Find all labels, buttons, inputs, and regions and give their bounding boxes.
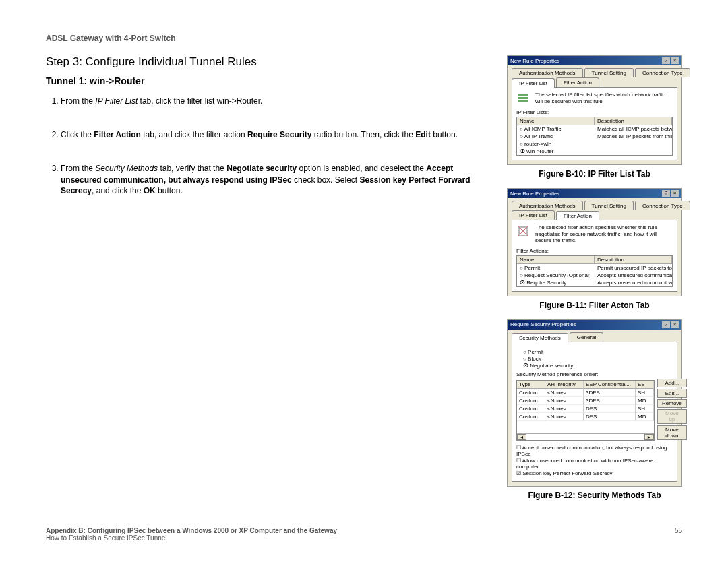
figure-b11-caption: Figure B-11: Filter Acton Tab (507, 301, 682, 310)
text: button. (156, 186, 183, 195)
remove-button[interactable]: Remove (657, 399, 687, 408)
footer-subtitle: How to Establish a Secure IPSec Tunnel (46, 534, 337, 542)
list-item[interactable]: win->router (517, 148, 672, 155)
cell: router->win (517, 140, 595, 148)
tab-filter-action[interactable]: Filter Action (556, 211, 599, 220)
window-controls[interactable]: ?× (661, 190, 679, 197)
text-bold: OK (144, 186, 156, 195)
check-allow-non-ipsec[interactable]: ☐ Allow unsecured communication with non… (516, 458, 673, 470)
radio-block[interactable]: Block (523, 356, 673, 362)
figure-b12-caption: Figure B-12: Security Methods Tab (507, 491, 682, 500)
tab-connection-type[interactable]: Connection Type (635, 201, 690, 210)
list-item[interactable]: Require SecurityAccepts unsecured commun… (517, 279, 672, 286)
cell: MD (636, 413, 654, 421)
list-item[interactable]: Request Security (Optional)Accepts unsec… (517, 272, 672, 279)
product-header: ADSL Gateway with 4-Port Switch (46, 34, 682, 43)
check-label: Allow unsecured communication with non I… (516, 458, 654, 470)
table-row[interactable]: Custom<None>DESMD (517, 413, 654, 421)
table-row[interactable]: Custom<None>3DESMD (517, 397, 654, 405)
text: , and click the (92, 186, 144, 195)
scroll-left-icon[interactable]: ◄ (517, 434, 526, 440)
col-name[interactable]: Name (517, 256, 595, 263)
security-methods-table[interactable]: Type AH Integrity ESP Confidential... ES… (516, 380, 655, 441)
svg-rect-2 (518, 100, 528, 102)
page-number: 55 (675, 527, 682, 542)
cell: DES (584, 405, 636, 413)
cell: Accepts unsecured communicat... (595, 279, 672, 286)
table-row[interactable]: Custom<None>3DESSH (517, 389, 654, 397)
text-bold: Filter Action (94, 130, 141, 139)
tab-general[interactable]: General (570, 332, 603, 342)
help-icon[interactable]: ? (662, 57, 670, 64)
dialog-titlebar[interactable]: Require Security Properties ?× (508, 320, 681, 330)
radio-negotiate[interactable]: Negotiate security: (523, 363, 673, 369)
edit-button[interactable]: Edit... (657, 389, 687, 398)
tab-ip-filter-list[interactable]: IP Filter List (512, 78, 555, 88)
text-italic: Security Methods (95, 164, 158, 173)
cell: Permit unsecured IP packets to ... (595, 264, 672, 272)
table-row[interactable]: Custom<None>DESSH (517, 405, 654, 413)
col[interactable]: AH Integrity (545, 381, 584, 389)
check-accept-unsecured[interactable]: ☐ Accept unsecured communication, but al… (516, 445, 673, 457)
close-icon[interactable]: × (671, 57, 679, 64)
cell (595, 140, 672, 148)
dialog-titlebar[interactable]: New Rule Properties ?× (508, 56, 681, 65)
cell: 3DES (584, 389, 636, 397)
radio-permit[interactable]: Permit (523, 349, 673, 355)
col[interactable]: Type (517, 381, 545, 389)
filter-actions-listbox[interactable]: Name Description PermitPermit unsecured … (516, 255, 673, 287)
window-controls[interactable]: ?× (661, 321, 679, 328)
cell: Permit (517, 264, 595, 272)
col-name[interactable]: Name (517, 117, 595, 125)
cell: <None> (545, 413, 584, 421)
list-item[interactable]: All ICMP TrafficMatches all ICMP packets… (517, 125, 672, 133)
tab-auth-methods[interactable]: Authentication Methods (512, 68, 583, 77)
tab-auth-methods[interactable]: Authentication Methods (512, 201, 583, 210)
cell: Matches all IP packets from this ... (595, 133, 672, 140)
cell: win->router (517, 148, 595, 155)
cell: All ICMP Traffic (517, 125, 595, 133)
col-description[interactable]: Description (595, 117, 672, 125)
list-item[interactable]: router->win (517, 140, 672, 148)
check-label: Session key Perfect Forward Secrecy (522, 470, 612, 476)
text-bold: Negotiate security (226, 164, 297, 173)
tab-filter-action[interactable]: Filter Action (556, 77, 599, 87)
help-icon[interactable]: ? (662, 321, 670, 328)
text-bold: Require Security (247, 130, 311, 139)
scroll-right-icon[interactable]: ► (644, 434, 654, 440)
ip-filter-listbox[interactable]: Name Description All ICMP TrafficMatches… (516, 117, 673, 156)
close-icon[interactable]: × (671, 321, 679, 328)
horizontal-scrollbar[interactable]: ◄► (517, 433, 654, 440)
tab-connection-type[interactable]: Connection Type (635, 68, 690, 77)
tab-ip-filter-list[interactable]: IP Filter List (512, 210, 555, 220)
cell: Accepts unsecured communicat... (595, 272, 672, 279)
text: option is enabled, and deselect the (297, 164, 426, 173)
move-down-button[interactable]: Move down (657, 425, 687, 440)
close-icon[interactable]: × (671, 190, 679, 197)
step-title: Step 3: Configure Individual Tunnel Rule… (46, 55, 480, 69)
cell: DES (584, 413, 636, 421)
col-description[interactable]: Description (595, 256, 672, 263)
tab-security-methods[interactable]: Security Methods (512, 333, 568, 342)
cell: MD (636, 397, 654, 405)
text: button. (431, 130, 458, 139)
cell: Request Security (Optional) (517, 272, 595, 279)
tab-tunnel-setting[interactable]: Tunnel Setting (584, 68, 634, 77)
help-icon[interactable]: ? (662, 190, 670, 197)
tab-tunnel-setting[interactable]: Tunnel Setting (584, 201, 634, 210)
dialog-title: Require Security Properties (510, 321, 576, 327)
col[interactable]: ES (636, 381, 654, 389)
filter-action-icon (516, 224, 530, 238)
list-item[interactable]: All IP TrafficMatches all IP packets fro… (517, 133, 672, 140)
add-button[interactable]: Add... (657, 379, 687, 387)
cell: SH (636, 405, 654, 413)
dialog-titlebar[interactable]: New Rule Properties ?× (508, 189, 681, 198)
table-header: Type AH Integrity ESP Confidential... ES (517, 381, 654, 389)
cell: Custom (517, 389, 545, 397)
figure-b10-dialog: New Rule Properties ?× Authentication Me… (507, 55, 682, 165)
move-up-button[interactable]: Move up (657, 409, 687, 424)
window-controls[interactable]: ?× (661, 57, 679, 64)
col[interactable]: ESP Confidential... (584, 381, 636, 389)
list-item[interactable]: PermitPermit unsecured IP packets to ... (517, 264, 672, 272)
check-session-key-pfs[interactable]: ☑ Session key Perfect Forward Secrecy (516, 470, 673, 476)
